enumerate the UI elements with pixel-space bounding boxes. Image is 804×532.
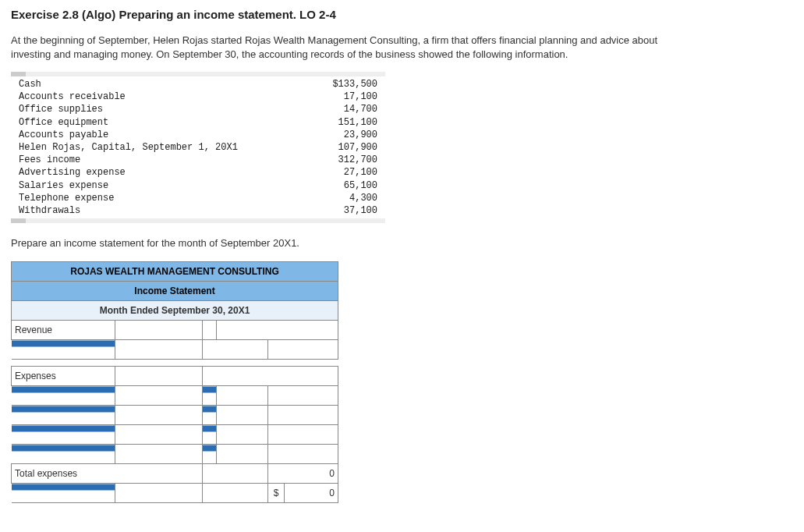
account-value: 312,700 (338, 154, 385, 166)
account-value: 17,100 (344, 90, 385, 103)
account-value: 107,900 (338, 141, 385, 154)
expense-amt-4a[interactable] (216, 445, 268, 464)
account-label: Accounts receivable (11, 90, 126, 103)
total-expenses-col1[interactable] (203, 464, 268, 484)
account-label: Telephone expense (11, 192, 114, 204)
row-marker (203, 425, 217, 445)
page-title: Exercise 2.8 (Algo) Preparing an income … (11, 8, 793, 21)
revenue-amount-1[interactable] (203, 340, 268, 360)
row-marker (203, 386, 217, 406)
row-marker (12, 484, 115, 503)
revenue-label: Revenue (12, 321, 115, 340)
account-label: Office equipment (11, 116, 108, 129)
expenses-label: Expenses (12, 367, 115, 386)
net-value: 0 (284, 484, 338, 503)
row-marker (12, 406, 115, 425)
account-data-block: Cash$133,500Accounts receivable17,100Off… (11, 72, 385, 223)
intro-text: At the beginning of September, Helen Roj… (11, 34, 697, 61)
account-row: Accounts receivable17,100 (11, 90, 385, 103)
account-row: Helen Rojas, Capital, September 1, 20X11… (11, 141, 385, 154)
account-label: Fees income (11, 154, 80, 166)
prepare-instruction: Prepare an income statement for the mont… (11, 237, 793, 249)
revenue-col1[interactable] (115, 321, 202, 340)
account-label: Office supplies (11, 103, 103, 115)
revenue-item-input[interactable] (115, 340, 202, 360)
expense-item-3[interactable] (115, 425, 202, 445)
account-value: 23,900 (344, 129, 385, 141)
net-dollar: $ (268, 484, 284, 503)
ws-title: Income Statement (12, 282, 338, 301)
account-row: Accounts payable23,900 (11, 129, 385, 141)
expense-amt-4b[interactable] (268, 445, 338, 464)
account-row: Withdrawals37,100 (11, 204, 385, 217)
income-statement-worksheet: ROJAS WEALTH MANAGEMENT CONSULTING Incom… (11, 261, 338, 503)
row-marker (12, 425, 115, 445)
account-label: Salaries expense (11, 179, 108, 192)
account-value: 14,700 (344, 103, 385, 115)
total-expenses-value: 0 (268, 464, 338, 484)
row-marker (12, 340, 115, 360)
account-value: 65,100 (344, 179, 385, 192)
account-row: Fees income312,700 (11, 154, 385, 166)
account-label: Accounts payable (11, 129, 108, 141)
ws-company: ROJAS WEALTH MANAGEMENT CONSULTING (12, 262, 338, 282)
account-value: $133,500 (332, 78, 385, 90)
expenses-col2[interactable] (203, 367, 338, 386)
expense-amt-2a[interactable] (216, 406, 268, 425)
expense-amt-2b[interactable] (268, 406, 338, 425)
revenue-amount-2[interactable] (268, 340, 338, 360)
net-label-input[interactable] (115, 484, 202, 503)
expense-item-1[interactable] (115, 386, 202, 406)
account-label: Withdrawals (11, 204, 80, 217)
account-row: Advertising expense27,100 (11, 166, 385, 179)
net-col1[interactable] (203, 484, 268, 503)
expense-amt-1a[interactable] (216, 386, 268, 406)
row-marker (12, 445, 115, 464)
account-label: Helen Rojas, Capital, September 1, 20X1 (11, 141, 238, 154)
account-label: Cash (11, 78, 41, 90)
expense-item-4[interactable] (115, 445, 202, 464)
expense-amt-3b[interactable] (268, 425, 338, 445)
account-row: Office supplies14,700 (11, 103, 385, 115)
account-value: 4,300 (349, 192, 385, 204)
ws-period: Month Ended September 30, 20X1 (12, 301, 338, 321)
total-expenses-label: Total expenses (12, 464, 203, 484)
account-value: 27,100 (344, 166, 385, 179)
expense-item-2[interactable] (115, 406, 202, 425)
row-marker (203, 445, 217, 464)
account-row: Telephone expense4,300 (11, 192, 385, 204)
account-row: Salaries expense65,100 (11, 179, 385, 192)
expenses-col1[interactable] (115, 367, 202, 386)
account-row: Office equipment151,100 (11, 116, 385, 129)
account-value: 151,100 (338, 116, 385, 129)
expense-amt-1b[interactable] (268, 386, 338, 406)
account-value: 37,100 (344, 204, 385, 217)
revenue-col2[interactable] (216, 321, 338, 340)
expense-amt-3a[interactable] (216, 425, 268, 445)
account-label: Advertising expense (11, 166, 126, 179)
row-marker (203, 406, 217, 425)
revenue-dollar[interactable] (203, 321, 217, 340)
row-marker (12, 386, 115, 406)
account-row: Cash$133,500 (11, 78, 385, 90)
